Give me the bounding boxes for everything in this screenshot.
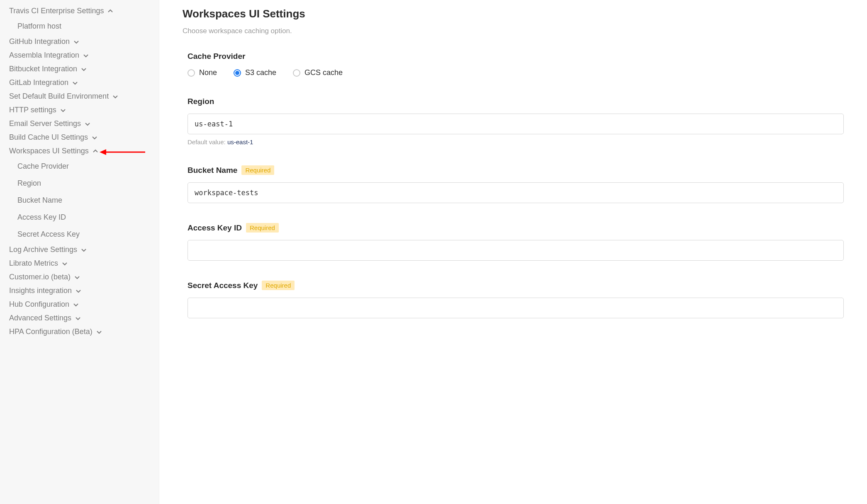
region-label: Region bbox=[188, 97, 844, 106]
chevron-down-icon bbox=[84, 121, 91, 127]
cache-provider-label: Cache Provider bbox=[188, 52, 844, 61]
access-key-id-label: Access Key ID bbox=[188, 223, 242, 233]
sidebar-item-github-integration[interactable]: GitHub Integration bbox=[9, 35, 159, 48]
sidebar-item-librato-metrics[interactable]: Librato Metrics bbox=[9, 257, 159, 270]
radio-icon bbox=[188, 69, 195, 77]
chevron-down-icon bbox=[96, 329, 102, 335]
bucket-name-label: Bucket Name bbox=[188, 166, 237, 175]
field-secret-access-key: Secret Access Key Required bbox=[188, 281, 844, 318]
cache-provider-radio-group: None S3 cache GCS cache bbox=[188, 68, 844, 77]
sidebar-item-advanced-settings[interactable]: Advanced Settings bbox=[9, 311, 159, 325]
sidebar: Travis CI Enterprise Settings Platform h… bbox=[0, 0, 159, 504]
sidebar-item-workspaces-ui-settings[interactable]: Workspaces UI Settings bbox=[9, 144, 159, 158]
region-hint: Default value: us-east-1 bbox=[188, 138, 844, 145]
sidebar-item-label: GitHub Integration bbox=[9, 37, 70, 46]
secret-access-key-input[interactable] bbox=[188, 298, 844, 318]
page-title: Workspaces UI Settings bbox=[183, 7, 844, 20]
sidebar-subitem-bucket-name[interactable]: Bucket Name bbox=[9, 192, 159, 209]
sidebar-item-label: Log Archive Settings bbox=[9, 245, 77, 254]
sidebar-item-insights-integration[interactable]: Insights integration bbox=[9, 284, 159, 298]
sidebar-item-bitbucket-integration[interactable]: Bitbucket Integration bbox=[9, 62, 159, 76]
sidebar-item-label: GitLab Integration bbox=[9, 78, 68, 87]
radio-icon bbox=[293, 69, 300, 77]
chevron-down-icon bbox=[60, 107, 66, 114]
radio-label: None bbox=[199, 68, 217, 77]
hint-value: us-east-1 bbox=[227, 138, 253, 145]
sidebar-item-label: Workspaces UI Settings bbox=[9, 147, 89, 155]
sidebar-item-travis-ci-enterprise-settings[interactable]: Travis CI Enterprise Settings bbox=[9, 4, 159, 18]
radio-icon bbox=[234, 69, 241, 77]
sidebar-subitem-label: Region bbox=[17, 179, 41, 187]
sidebar-item-customer-io[interactable]: Customer.io (beta) bbox=[9, 270, 159, 284]
sidebar-item-label: Hub Configuration bbox=[9, 300, 69, 309]
sidebar-item-label: Build Cache UI Settings bbox=[9, 133, 88, 142]
sidebar-item-email-server-settings[interactable]: Email Server Settings bbox=[9, 117, 159, 131]
sidebar-item-label: Advanced Settings bbox=[9, 314, 71, 322]
sidebar-item-assembla-integration[interactable]: Assembla Integration bbox=[9, 48, 159, 62]
chevron-down-icon bbox=[73, 301, 79, 308]
sidebar-subitem-secret-access-key[interactable]: Secret Access Key bbox=[9, 226, 159, 243]
sidebar-subitem-region[interactable]: Region bbox=[9, 175, 159, 192]
chevron-down-icon bbox=[91, 134, 98, 141]
chevron-down-icon bbox=[80, 66, 87, 73]
field-bucket-name: Bucket Name Required bbox=[188, 165, 844, 203]
sidebar-item-hub-configuration[interactable]: Hub Configuration bbox=[9, 298, 159, 311]
chevron-down-icon bbox=[73, 39, 80, 45]
sidebar-subitem-cache-provider[interactable]: Cache Provider bbox=[9, 158, 159, 175]
field-access-key-id: Access Key ID Required bbox=[188, 223, 844, 261]
chevron-down-icon bbox=[72, 80, 78, 86]
main-content: Workspaces UI Settings Choose workspace … bbox=[159, 0, 867, 504]
chevron-down-icon bbox=[112, 93, 119, 100]
sidebar-item-set-default-build-environment[interactable]: Set Default Build Environment bbox=[9, 90, 159, 103]
sidebar-item-label: HPA Configuration (Beta) bbox=[9, 327, 93, 336]
secret-access-key-label: Secret Access Key bbox=[188, 281, 258, 290]
field-region: Region Default value: us-east-1 bbox=[188, 97, 844, 145]
chevron-up-icon bbox=[107, 8, 114, 15]
sidebar-subitem-label: Access Key ID bbox=[17, 213, 66, 221]
sidebar-subitem-label: Bucket Name bbox=[17, 196, 62, 204]
sidebar-item-label: Bitbucket Integration bbox=[9, 65, 77, 73]
region-input[interactable] bbox=[188, 114, 844, 134]
sidebar-item-label: Assembla Integration bbox=[9, 51, 79, 60]
chevron-up-icon bbox=[92, 148, 99, 155]
sidebar-item-label: HTTP settings bbox=[9, 106, 56, 114]
sidebar-item-hpa-configuration[interactable]: HPA Configuration (Beta) bbox=[9, 325, 159, 339]
access-key-id-input[interactable] bbox=[188, 240, 844, 261]
sidebar-subitem-label: Platform host bbox=[17, 22, 61, 30]
hint-prefix: Default value: bbox=[188, 138, 227, 145]
required-badge: Required bbox=[262, 281, 295, 290]
sidebar-item-label: Librato Metrics bbox=[9, 259, 58, 268]
sidebar-item-http-settings[interactable]: HTTP settings bbox=[9, 103, 159, 117]
chevron-down-icon bbox=[74, 274, 80, 281]
field-cache-provider: Cache Provider None S3 cache GCS cache bbox=[188, 52, 844, 77]
chevron-down-icon bbox=[61, 260, 68, 267]
required-badge: Required bbox=[246, 223, 279, 233]
radio-option-none[interactable]: None bbox=[188, 68, 217, 77]
sidebar-item-label: Set Default Build Environment bbox=[9, 92, 109, 101]
radio-label: GCS cache bbox=[304, 68, 343, 77]
required-badge: Required bbox=[241, 165, 274, 175]
page-subtitle: Choose workspace caching option. bbox=[183, 27, 844, 35]
sidebar-item-log-archive-settings[interactable]: Log Archive Settings bbox=[9, 243, 159, 257]
sidebar-item-label: Customer.io (beta) bbox=[9, 273, 71, 281]
chevron-down-icon bbox=[75, 315, 81, 322]
sidebar-item-label: Email Server Settings bbox=[9, 119, 81, 128]
radio-label: S3 cache bbox=[245, 68, 276, 77]
sidebar-item-label: Insights integration bbox=[9, 286, 72, 295]
radio-option-gcs-cache[interactable]: GCS cache bbox=[293, 68, 343, 77]
chevron-down-icon bbox=[80, 247, 87, 253]
radio-option-s3-cache[interactable]: S3 cache bbox=[234, 68, 276, 77]
bucket-name-input[interactable] bbox=[188, 182, 844, 203]
sidebar-subitem-label: Secret Access Key bbox=[17, 230, 80, 238]
chevron-down-icon bbox=[75, 288, 82, 294]
sidebar-item-gitlab-integration[interactable]: GitLab Integration bbox=[9, 76, 159, 90]
sidebar-subitem-access-key-id[interactable]: Access Key ID bbox=[9, 209, 159, 226]
sidebar-subitem-label: Cache Provider bbox=[17, 162, 69, 170]
chevron-down-icon bbox=[83, 52, 89, 59]
sidebar-item-build-cache-ui-settings[interactable]: Build Cache UI Settings bbox=[9, 131, 159, 144]
sidebar-subitem-platform-host[interactable]: Platform host bbox=[9, 18, 159, 35]
sidebar-item-label: Travis CI Enterprise Settings bbox=[9, 7, 104, 15]
